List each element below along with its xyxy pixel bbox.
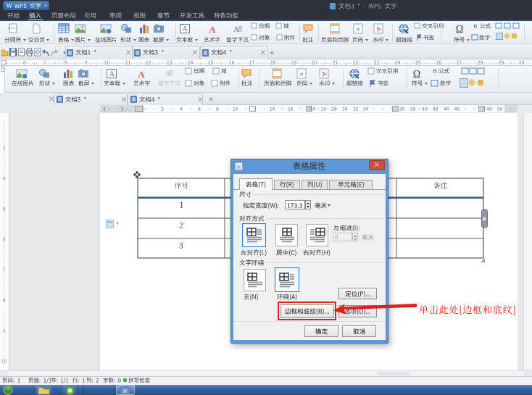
svg-text:A: A <box>109 70 115 78</box>
svg-text:A: A <box>233 25 239 33</box>
svg-text:A: A <box>138 69 145 80</box>
svg-text:A: A <box>182 25 188 33</box>
svg-text:#: # <box>300 71 304 78</box>
svg-text:#: # <box>357 26 360 33</box>
svg-text:Ω: Ω <box>413 69 420 80</box>
svg-text:A: A <box>209 24 216 34</box>
svg-text:Ω: Ω <box>456 24 463 34</box>
